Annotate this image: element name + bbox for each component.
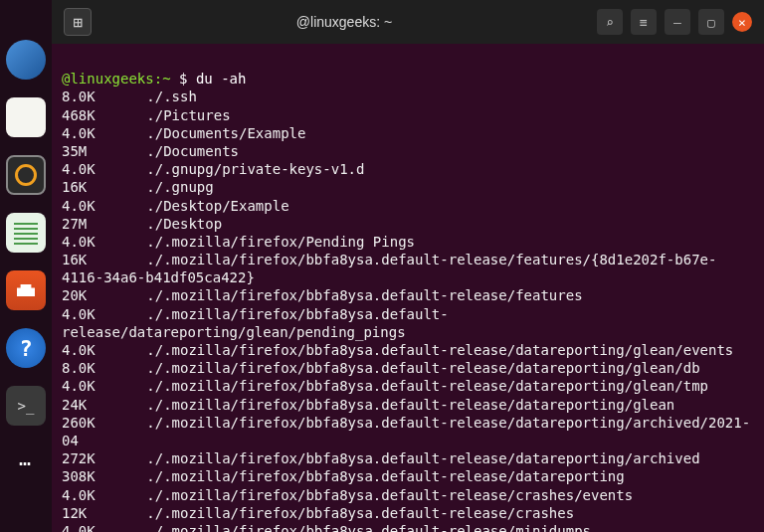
window-titlebar: ⊞ @linuxgeeks: ~ ⌕ ≡ — ▢ × [52, 0, 764, 44]
du-line: 8.0K ./.mozilla/firefox/bbfa8ysa.default… [62, 359, 754, 377]
dock-help[interactable]: ? [6, 328, 46, 368]
prompt-user: @linuxgeeks [62, 71, 154, 87]
du-line: 12K ./.mozilla/firefox/bbfa8ysa.default-… [62, 504, 754, 522]
du-line: 4.0K ./Desktop/Example [62, 197, 754, 215]
maximize-button[interactable]: ▢ [698, 9, 724, 35]
du-line: 4.0K ./.mozilla/firefox/Pending Pings [62, 233, 754, 251]
du-line: 27M ./Desktop [62, 215, 754, 233]
terminal-output[interactable]: @linuxgeeks:~ $ du -ah 8.0K ./.ssh468K .… [52, 44, 764, 532]
close-button[interactable]: × [732, 12, 752, 32]
du-line: 4.0K ./.mozilla/firefox/bbfa8ysa.default… [62, 341, 754, 359]
du-line: 20K ./.mozilla/firefox/bbfa8ysa.default-… [62, 286, 754, 304]
prompt-path: :~ [154, 71, 171, 87]
du-line: 16K ./.mozilla/firefox/bbfa8ysa.default-… [62, 251, 754, 286]
menu-button[interactable]: ≡ [631, 9, 657, 35]
du-output: 8.0K ./.ssh468K ./Pictures4.0K ./Documen… [62, 88, 754, 532]
command-text: du -ah [196, 71, 247, 87]
dock-firefox[interactable] [6, 40, 46, 80]
du-line: 35M ./Documents [62, 142, 754, 160]
du-line: 4.0K ./.gnupg/private-keys-v1.d [62, 160, 754, 178]
du-line: 272K ./.mozilla/firefox/bbfa8ysa.default… [62, 449, 754, 467]
new-tab-button[interactable]: ⊞ [64, 8, 92, 36]
du-line: 4.0K ./.mozilla/firefox/bbfa8ysa.default… [62, 377, 754, 395]
dock-libreoffice[interactable] [6, 213, 46, 253]
du-line: 16K ./.gnupg [62, 178, 754, 196]
du-line: 4.0K ./.mozilla/firefox/bbfa8ysa.default… [62, 486, 754, 504]
dock-terminal[interactable]: >_ [6, 386, 46, 426]
dock-software[interactable] [6, 270, 46, 310]
dock-show-apps[interactable]: ⋯ [6, 443, 46, 483]
du-line: 24K ./.mozilla/firefox/bbfa8ysa.default-… [62, 396, 754, 414]
du-line: 260K ./.mozilla/firefox/bbfa8ysa.default… [62, 414, 754, 449]
du-line: 468K ./Pictures [62, 106, 754, 124]
window-controls: ⌕ ≡ — ▢ × [597, 9, 752, 35]
du-line: 4.0K ./.mozilla/firefox/bbfa8ysa.default… [62, 522, 754, 532]
dock-rhythmbox[interactable] [6, 155, 46, 195]
dock: ? >_ ⋯ [0, 0, 52, 532]
prompt-symbol [171, 71, 179, 87]
du-line: 308K ./.mozilla/firefox/bbfa8ysa.default… [62, 467, 754, 485]
search-button[interactable]: ⌕ [597, 9, 623, 35]
prompt-dollar: $ [179, 71, 187, 87]
minimize-button[interactable]: — [665, 9, 690, 35]
du-line: 8.0K ./.ssh [62, 88, 754, 105]
dock-files[interactable] [6, 97, 46, 137]
du-line: 4.0K ./Documents/Example [62, 124, 754, 142]
window-title: @linuxgeeks: ~ [103, 14, 585, 30]
du-line: 4.0K ./.mozilla/firefox/bbfa8ysa.default… [62, 305, 754, 341]
